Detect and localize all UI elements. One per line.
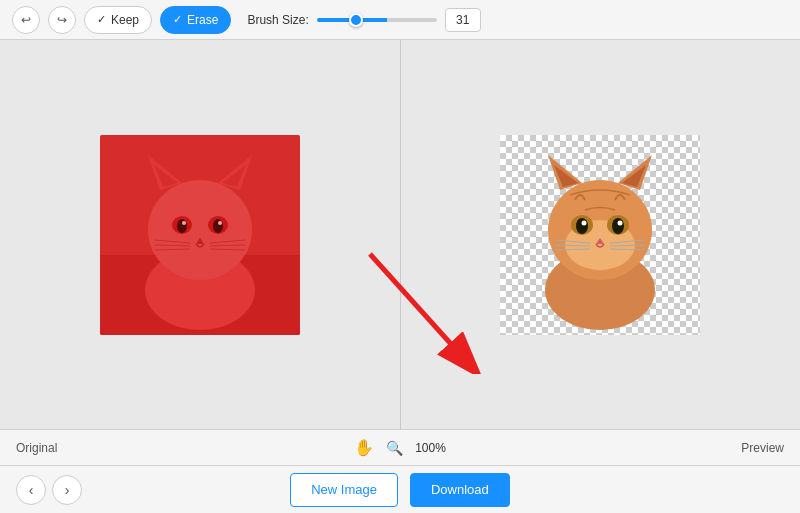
hand-tool-icon[interactable]: ✋ xyxy=(354,438,374,457)
undo-icon: ↩ xyxy=(21,13,31,27)
redo-icon: ↪ xyxy=(57,13,67,27)
erase-check-icon: ✓ xyxy=(173,13,182,26)
download-button[interactable]: Download xyxy=(410,473,510,507)
zoom-value: 100% xyxy=(415,441,446,455)
prev-image-button[interactable]: ‹ xyxy=(16,475,46,505)
undo-button[interactable]: ↩ xyxy=(12,6,40,34)
brush-slider-container: 31 xyxy=(317,8,481,32)
svg-point-34 xyxy=(618,220,623,225)
redo-button[interactable]: ↪ xyxy=(48,6,76,34)
preview-panel[interactable] xyxy=(401,40,801,429)
svg-point-33 xyxy=(582,220,587,225)
arrow-left-icon: ‹ xyxy=(29,482,34,498)
keep-tool-button[interactable]: ✓ Keep xyxy=(84,6,152,34)
erase-tool-button[interactable]: ✓ Erase xyxy=(160,6,231,34)
brush-size-slider[interactable] xyxy=(317,18,437,22)
svg-rect-21 xyxy=(100,135,300,335)
brush-size-value: 31 xyxy=(445,8,481,32)
original-panel[interactable] xyxy=(0,40,401,429)
toolbar: ↩ ↪ ✓ Keep ✓ Erase Brush Size: 31 xyxy=(0,0,800,40)
preview-image xyxy=(500,135,700,335)
original-cat-svg xyxy=(100,135,300,335)
keep-tool-label: Keep xyxy=(111,13,139,27)
brush-size-label: Brush Size: xyxy=(247,13,308,27)
arrow-right-icon: › xyxy=(65,482,70,498)
original-image xyxy=(100,135,300,335)
svg-point-31 xyxy=(576,218,588,234)
preview-label: Preview xyxy=(741,441,784,455)
action-bar: ‹ › New Image Download xyxy=(0,465,800,513)
zoom-icon[interactable]: 🔍 xyxy=(386,440,403,456)
navigation-arrows: ‹ › xyxy=(16,475,82,505)
check-icon: ✓ xyxy=(97,13,106,26)
status-bar: Original ✋ 🔍 100% Preview xyxy=(0,429,800,465)
original-label: Original xyxy=(16,441,57,455)
status-center-controls: ✋ 🔍 100% xyxy=(354,438,446,457)
next-image-button[interactable]: › xyxy=(52,475,82,505)
svg-point-32 xyxy=(612,218,624,234)
erase-tool-label: Erase xyxy=(187,13,218,27)
canvas-area xyxy=(0,40,800,429)
new-image-button[interactable]: New Image xyxy=(290,473,398,507)
preview-cat-svg xyxy=(500,135,700,335)
